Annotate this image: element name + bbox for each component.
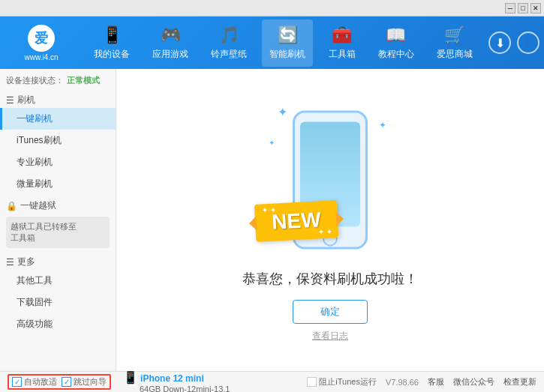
auto-follow-checkbox[interactable]: ✓ 自动敌适: [12, 376, 57, 388]
nav-label-store: 爱思商城: [437, 48, 473, 61]
check-update-link[interactable]: 检查更新: [503, 376, 536, 388]
skip-wizard-label: 跳过向导: [74, 376, 107, 388]
wechat-link[interactable]: 微信公众号: [453, 376, 494, 388]
sidebar-item-itunes-flash[interactable]: iTunes刷机: [0, 130, 116, 151]
tutorial-icon: 📖: [386, 25, 406, 45]
nav-label-tutorial: 教程中心: [378, 48, 414, 61]
content-area: ✦ ✦ ✦ ✦ ✦ NEW ✦ ✦ 恭喜您，保资料刷机成功啦！ 确定 查看日志: [116, 69, 544, 371]
itunes-flash-label: iTunes刷机: [17, 135, 62, 145]
logo-icon: 爱: [28, 25, 55, 52]
flash-section-header[interactable]: ☰ 刷机: [0, 89, 116, 108]
ribbon-stars-right: ✦ ✦: [318, 228, 332, 237]
sidebar-item-pro-flash[interactable]: 专业刷机: [0, 151, 116, 173]
sidebar-item-one-click-flash[interactable]: 一键刷机: [0, 108, 116, 130]
status-label: 设备连接状态：: [6, 75, 64, 86]
title-bar: ─ □ ✕: [0, 0, 544, 16]
download-button[interactable]: ⬇: [488, 31, 511, 54]
device-phone-icon: 📱: [123, 371, 138, 384]
nav-item-apps-games[interactable]: 🎮 应用游戏: [145, 19, 196, 67]
sparkle-2: ✦: [379, 120, 386, 130]
bottom-bar: ✓ 自动敌适 ✓ 跳过向导 📱 iPhone 12 mini 64GB Down…: [0, 371, 544, 392]
apps-games-icon: 🎮: [161, 25, 181, 45]
skip-wizard-check-icon: ✓: [62, 377, 71, 387]
user-button[interactable]: 👤: [517, 31, 539, 54]
nav-item-my-device[interactable]: 📱 我的设备: [86, 19, 137, 67]
nav-item-smart-flash[interactable]: 🔄 智能刷机: [262, 19, 313, 67]
more-section-header[interactable]: ☰ 更多: [0, 251, 116, 270]
maximize-button[interactable]: □: [518, 3, 528, 13]
nav-item-toolbox[interactable]: 🧰 工具箱: [321, 19, 363, 67]
nav-label-apps-games: 应用游戏: [152, 48, 188, 61]
sidebar-item-advanced[interactable]: 高级功能: [0, 313, 116, 335]
status-value: 正常模式: [67, 75, 100, 86]
nav-item-ringtones[interactable]: 🎵 铃声壁纸: [203, 19, 254, 67]
jailbreak-icon: 🔒: [6, 201, 17, 211]
flash-section-icon: ☰: [6, 95, 14, 106]
logo-url: www.i4.cn: [24, 53, 58, 61]
ribbon-text: NEW: [272, 208, 322, 234]
confirm-button[interactable]: 确定: [293, 300, 368, 324]
close-button[interactable]: ✕: [530, 3, 541, 13]
header-right: ⬇ 👤: [484, 31, 544, 54]
logo-area: 爱 www.i4.cn: [0, 25, 83, 61]
ribbon-stars-left: ✦ ✦: [262, 205, 276, 214]
pro-flash-label: 专业刷机: [17, 157, 53, 167]
nav-label-toolbox: 工具箱: [329, 48, 356, 61]
minimize-button[interactable]: ─: [505, 3, 515, 13]
bottom-left: ✓ 自动敌适 ✓ 跳过向导 📱 iPhone 12 mini 64GB Down…: [8, 370, 307, 392]
device-info: 📱 iPhone 12 mini 64GB Down-12mini-13,1: [123, 370, 230, 392]
main-layout: 设备连接状态： 正常模式 ☰ 刷机 一键刷机 iTunes刷机 专业刷机 微量刷…: [0, 69, 544, 371]
header: 爱 www.i4.cn 📱 我的设备 🎮 应用游戏 🎵 铃声壁纸 🔄 智能刷机 …: [0, 16, 544, 69]
more-section-icon: ☰: [6, 257, 14, 268]
jailbreak-info-text: 越狱工具已转移至工具箱: [11, 222, 77, 242]
more-section-label: 更多: [17, 256, 35, 268]
blog-link[interactable]: 查看日志: [312, 330, 348, 343]
download-fw-label: 下载固件: [17, 297, 53, 307]
store-icon: 🛒: [444, 25, 464, 45]
nav-label-smart-flash: 智能刷机: [269, 48, 305, 61]
support-link[interactable]: 客服: [428, 376, 444, 388]
flash-section-label: 刷机: [17, 94, 35, 106]
jailbreak-section-header[interactable]: 🔒 一键越狱: [0, 195, 116, 214]
sidebar: 设备连接状态： 正常模式 ☰ 刷机 一键刷机 iTunes刷机 专业刷机 微量刷…: [0, 69, 116, 371]
auto-follow-check-icon: ✓: [12, 377, 22, 387]
device-firmware: Down-12mini-13,1: [163, 385, 230, 392]
skip-wizard-checkbox[interactable]: ✓ 跳过向导: [62, 376, 107, 388]
nav-item-tutorial[interactable]: 📖 教程中心: [371, 19, 422, 67]
ringtones-icon: 🎵: [219, 25, 239, 45]
bottom-right: 阻止iTunes运行 V7.98.66 客服 微信公众号 检查更新: [307, 376, 536, 388]
success-message: 恭喜您，保资料刷机成功啦！: [242, 270, 418, 288]
version-label: V7.98.66: [386, 378, 419, 387]
sidebar-item-save-flash[interactable]: 微量刷机: [0, 173, 116, 195]
sparkle-3: ✦: [269, 139, 275, 147]
sidebar-item-download-fw[interactable]: 下载固件: [0, 292, 116, 313]
auto-follow-label: 自动敌适: [24, 376, 57, 388]
my-device-icon: 📱: [102, 25, 122, 45]
block-itunes-label: 阻止iTunes运行: [319, 376, 377, 388]
save-flash-label: 微量刷机: [17, 178, 53, 189]
connection-status: 设备连接状态： 正常模式: [0, 72, 116, 89]
nav-label-ringtones: 铃声壁纸: [211, 48, 247, 61]
advanced-label: 高级功能: [17, 319, 53, 329]
block-itunes-option[interactable]: 阻止iTunes运行: [307, 376, 377, 388]
toolbox-icon: 🧰: [332, 25, 352, 45]
block-itunes-checkbox[interactable]: [307, 377, 317, 387]
phone-illustration: ✦ ✦ ✦ ✦ ✦ NEW ✦ ✦: [263, 97, 398, 262]
jailbreak-label: 一键越狱: [20, 199, 56, 212]
sidebar-item-other-tools[interactable]: 其他工具: [0, 270, 116, 292]
one-click-flash-label: 一键刷机: [17, 113, 53, 124]
nav-label-my-device: 我的设备: [94, 48, 130, 61]
smart-flash-icon: 🔄: [278, 25, 298, 45]
device-storage: 64GB: [140, 385, 161, 392]
jailbreak-info-box: 越狱工具已转移至工具箱: [6, 217, 110, 248]
sparkle-1: ✦: [278, 105, 287, 119]
other-tools-label: 其他工具: [17, 275, 53, 286]
device-name: iPhone 12 mini: [140, 373, 204, 384]
new-ribbon: ✦ ✦ NEW ✦ ✦: [254, 200, 338, 242]
nav-item-store[interactable]: 🛒 爱思商城: [429, 19, 480, 67]
options-highlight-box: ✓ 自动敌适 ✓ 跳过向导: [8, 374, 111, 390]
nav-items: 📱 我的设备 🎮 应用游戏 🎵 铃声壁纸 🔄 智能刷机 🧰 工具箱 📖 教程中心…: [83, 16, 484, 69]
